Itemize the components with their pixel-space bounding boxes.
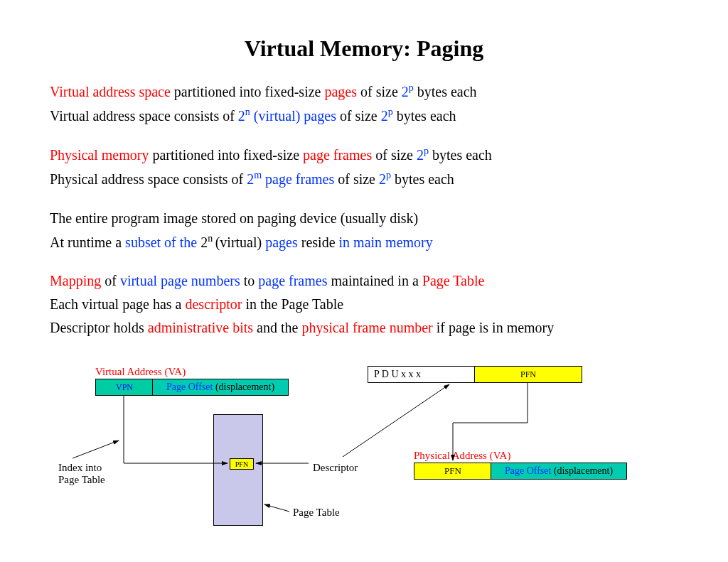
t: Each virtual page has a xyxy=(50,296,185,312)
t: of size xyxy=(357,84,402,99)
t: administrative bits xyxy=(148,320,253,335)
t: Physical memory xyxy=(50,147,152,163)
t: 2 xyxy=(381,107,388,123)
t: partitioned into fixed-size xyxy=(171,84,325,99)
index-label: Index into Page Table xyxy=(58,462,105,486)
t: virtual page numbers xyxy=(120,273,240,288)
text-line: Physical memory partitioned into fixed-s… xyxy=(50,145,690,165)
pa-label: Physical Address (VA) xyxy=(414,450,510,462)
t: bytes each xyxy=(414,84,477,99)
t: Mapping xyxy=(50,273,101,288)
t: to xyxy=(240,273,259,288)
t: pages xyxy=(265,234,298,249)
t: bytes each xyxy=(391,171,454,187)
t: descriptor xyxy=(185,296,242,312)
t: page frames xyxy=(258,273,327,288)
t: n xyxy=(245,107,250,117)
t: (displacement) xyxy=(213,382,274,392)
t: page frames xyxy=(262,171,338,187)
page-title: Virtual Memory: Paging xyxy=(50,36,678,62)
t: n xyxy=(208,233,215,244)
text-line: Physical address space consists of 2m pa… xyxy=(50,169,690,189)
pfn-bottom-box: PFN xyxy=(414,463,492,480)
text-line: At runtime a subset of the 2n (virtual) … xyxy=(50,232,690,252)
text-line: The entire program image stored on pagin… xyxy=(50,209,690,228)
t: page frames xyxy=(303,147,372,163)
t: reside xyxy=(298,234,339,249)
t: in the Page Table xyxy=(242,296,343,312)
t: 2 xyxy=(238,107,245,123)
va-label: Virtual Address (VA) xyxy=(95,366,186,378)
t: At runtime a xyxy=(50,234,125,249)
t: if page is in memory xyxy=(433,320,555,335)
t: p xyxy=(386,170,391,180)
t: Virtual address space xyxy=(50,84,171,99)
t: Page Offset xyxy=(505,465,551,476)
t: partitioned into fixed-size xyxy=(152,147,303,163)
t: (virtual) pages xyxy=(250,107,340,123)
t: 2 xyxy=(417,147,424,163)
pfn-entry-box: PFN xyxy=(230,458,254,470)
pa-offset-box: Page Offset (displacement) xyxy=(491,463,627,480)
t: of size xyxy=(372,147,417,163)
t: 2 xyxy=(247,171,254,187)
diagram: Virtual Address (VA) VPN Page Offset (di… xyxy=(58,366,698,551)
t: of size xyxy=(340,107,381,123)
t: (displacement) xyxy=(551,465,613,476)
t: and the xyxy=(253,320,301,335)
t: p xyxy=(388,107,393,117)
descriptor-label: Descriptor xyxy=(313,462,358,474)
t: Index into xyxy=(58,462,105,474)
pfn-top-box: PFN xyxy=(474,366,582,383)
text-line: Virtual address space partitioned into f… xyxy=(50,82,690,102)
text-line: Descriptor holds administrative bits and… xyxy=(50,318,690,337)
text-line: Virtual address space consists of 2n (vi… xyxy=(50,106,690,126)
t: physical frame number xyxy=(301,320,432,335)
t: m xyxy=(254,170,262,180)
t: subset of the xyxy=(125,234,200,249)
t: 2 xyxy=(200,234,208,249)
t: 2 xyxy=(379,171,386,187)
page-table-box xyxy=(213,414,263,526)
t: p xyxy=(424,146,429,156)
t: p xyxy=(409,82,414,93)
text-line: Each virtual page has a descriptor in th… xyxy=(50,295,690,314)
t: bytes each xyxy=(429,147,492,163)
t: Virtual address space consists of xyxy=(50,107,238,123)
t: Descriptor holds xyxy=(50,320,148,335)
t: in main memory xyxy=(339,234,433,249)
t: Page Offset xyxy=(166,382,213,392)
va-offset-box: Page Offset (displacement) xyxy=(152,379,289,396)
vpn-box: VPN xyxy=(95,379,154,396)
t: pages xyxy=(324,84,357,99)
t: Physical address space consists of xyxy=(50,171,247,187)
page-table-label: Page Table xyxy=(293,507,340,519)
t: Page Table xyxy=(422,273,485,288)
t: Page Table xyxy=(58,474,105,486)
t: maintained in a xyxy=(327,273,422,288)
t: 2 xyxy=(402,84,409,99)
t: bytes each xyxy=(393,107,456,123)
pdu-box: P D U x x x xyxy=(368,366,481,383)
t: of size xyxy=(338,171,379,187)
text-line: Mapping of virtual page numbers to page … xyxy=(50,271,690,291)
t: (virtual) xyxy=(215,234,266,249)
t: of xyxy=(101,273,120,288)
